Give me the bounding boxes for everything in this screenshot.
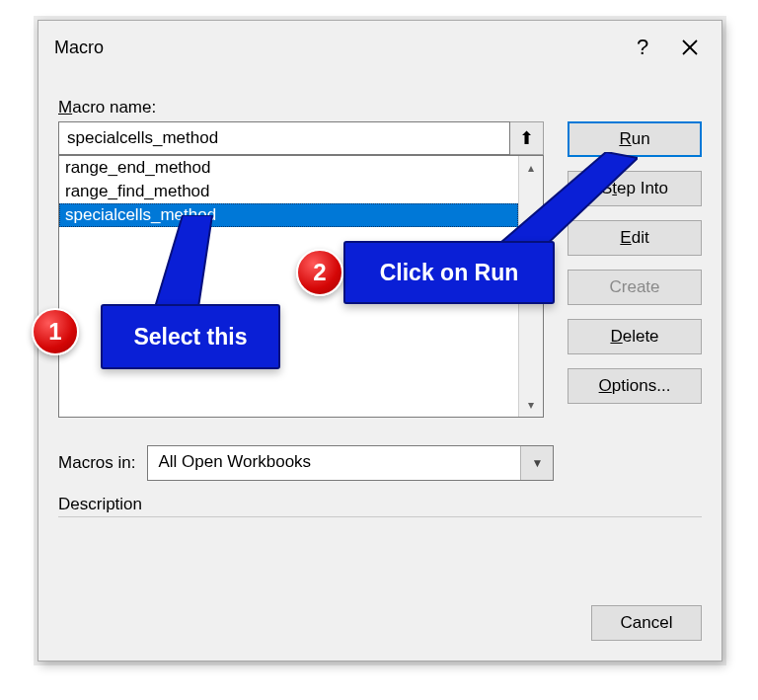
macros-in-label: Macros in: [58, 453, 135, 473]
cancel-button[interactable]: Cancel [591, 605, 702, 641]
list-item[interactable]: specialcells_method [59, 203, 518, 227]
close-button[interactable] [666, 26, 714, 69]
callout-click-on-run: Click on Run [343, 241, 555, 304]
macro-name-label: Macro name: [58, 98, 702, 117]
close-icon [681, 39, 699, 56]
macro-name-input[interactable] [58, 121, 510, 155]
help-button[interactable]: ? [619, 26, 666, 69]
title-bar: Macro ? [38, 21, 721, 74]
chevron-down-icon[interactable]: ▼ [520, 446, 553, 480]
list-item[interactable]: range_end_method [59, 156, 518, 180]
callout-arrow [153, 215, 232, 314]
options-button[interactable]: Options... [568, 368, 702, 404]
scroll-down-icon[interactable]: ▾ [519, 393, 543, 417]
callout-badge-2: 2 [296, 249, 343, 296]
macros-in-value: All Open Workbooks [148, 446, 520, 480]
delete-button[interactable]: Delete [568, 319, 702, 354]
svg-marker-2 [153, 215, 212, 314]
description-label: Description [58, 495, 702, 514]
create-button: Create [568, 270, 702, 305]
list-item[interactable]: range_find_method [59, 180, 518, 203]
step-up-button[interactable]: ⬆ [510, 121, 544, 155]
macros-in-select[interactable]: All Open Workbooks ▼ [147, 445, 554, 481]
callout-select-this: Select this [101, 304, 280, 369]
up-arrow-icon: ⬆ [519, 127, 534, 149]
divider [58, 516, 702, 517]
dialog-title: Macro [54, 38, 104, 58]
titlebar-controls: ? [619, 26, 714, 69]
callout-badge-1: 1 [32, 308, 79, 355]
